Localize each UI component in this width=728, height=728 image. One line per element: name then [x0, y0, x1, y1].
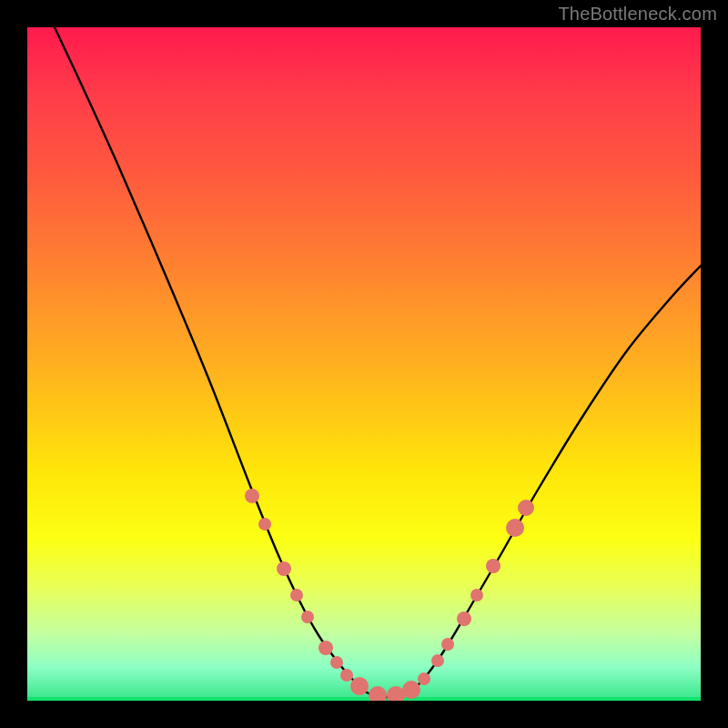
marker-dot-11 — [402, 681, 420, 699]
marker-dot-4 — [301, 611, 314, 623]
marker-dot-3 — [290, 589, 303, 602]
marker-dot-5 — [318, 641, 333, 655]
watermark-text: TheBottleneck.com — [558, 4, 717, 25]
marker-dot-17 — [486, 559, 500, 573]
markers-layer — [27, 27, 701, 701]
marker-dot-10 — [387, 686, 405, 701]
marker-dot-16 — [470, 589, 483, 602]
marker-dot-13 — [431, 654, 444, 667]
marker-dot-14 — [441, 638, 454, 651]
marker-dot-19 — [518, 500, 534, 516]
marker-dot-12 — [418, 672, 430, 685]
marker-dot-6 — [330, 656, 343, 669]
marker-dot-7 — [340, 669, 353, 682]
marker-dot-0 — [245, 489, 259, 503]
marker-dot-8 — [350, 677, 369, 695]
marker-dot-1 — [258, 518, 271, 531]
marker-dot-9 — [369, 686, 387, 701]
plot-frame — [27, 27, 701, 701]
marker-dot-15 — [457, 612, 471, 626]
marker-dot-18 — [506, 519, 524, 537]
marker-dot-2 — [277, 561, 291, 576]
